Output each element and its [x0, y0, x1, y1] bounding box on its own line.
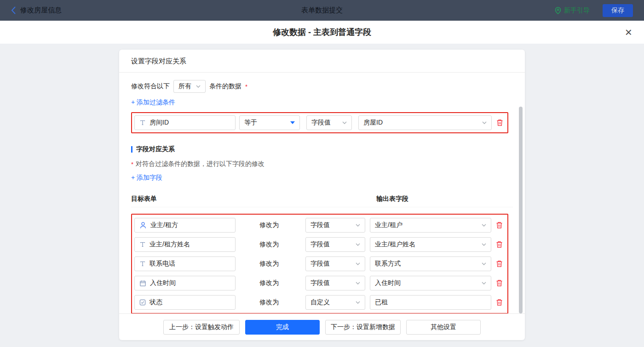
next-step-button[interactable]: 下一步：设置新增数据: [325, 320, 401, 335]
target-field-input[interactable]: 入住时间: [134, 276, 236, 290]
condition-suffix: 条件的数据: [209, 82, 242, 91]
value-type-select[interactable]: 自定义: [305, 295, 365, 310]
output-field-select[interactable]: 业主/租户姓名: [370, 237, 491, 252]
delete-row-icon[interactable]: [496, 222, 503, 229]
topbar-center-title: 表单数据提交: [301, 6, 343, 15]
header-right: 新手引导 保存: [555, 4, 633, 17]
delete-row-icon[interactable]: [496, 260, 503, 267]
chevron-down-icon: [482, 121, 487, 124]
filter-row: 房间ID 等于 字段值 房屋ID: [134, 115, 505, 130]
chevron-down-icon: [356, 301, 360, 304]
output-field-select[interactable]: 联系方式: [370, 256, 491, 271]
chevron-down-icon: [342, 121, 347, 124]
delete-row-icon[interactable]: [496, 299, 503, 306]
add-field-link[interactable]: + 添加字段: [131, 174, 162, 182]
modify-label: 修改为: [259, 221, 280, 229]
column-target-form: 目标表单: [131, 195, 157, 202]
panel-footer: 上一步：设置触发动作 完成 下一步：设置新增数据 其他设置: [119, 313, 525, 340]
custom-value-input[interactable]: 已租: [370, 295, 491, 310]
condition-scope-value: 所有: [178, 82, 191, 91]
filter-value-type: 字段值: [311, 119, 331, 127]
guide-link[interactable]: 新手引导: [555, 6, 590, 15]
section-title: 字段对应关系: [136, 145, 175, 154]
output-field-select[interactable]: 入住时间: [370, 276, 491, 290]
output-field-select[interactable]: 业主/租户: [370, 218, 491, 233]
target-field-input[interactable]: 状态: [134, 295, 236, 310]
value-type-select[interactable]: 字段值: [305, 237, 365, 252]
filter-conditions-group: 房间ID 等于 字段值 房屋ID: [131, 112, 508, 133]
chevron-down-icon: [196, 85, 201, 88]
chevron-down-icon: [356, 243, 360, 246]
user-icon: [139, 222, 147, 229]
field-mapping-row: 入住时间 修改为 字段值 入住时间: [134, 276, 505, 290]
guide-label: 新手引导: [564, 6, 590, 15]
filled-caret-down-icon: [290, 121, 295, 124]
date-icon: [139, 280, 146, 287]
modal-title: 修改数据 - 主表到普通字段: [273, 27, 371, 38]
config-panel: 设置字段对应关系 修改符合以下 所有 条件的数据 * + 添加过滤条件: [119, 50, 525, 340]
app-header: 修改房屋信息 表单数据提交 新手引导 保存: [0, 0, 644, 21]
select-icon: [139, 299, 146, 306]
condition-prefix: 修改符合以下: [131, 82, 170, 91]
filter-value-type-select[interactable]: 字段值: [306, 115, 352, 130]
save-button[interactable]: 保存: [603, 4, 633, 17]
delete-row-icon[interactable]: [496, 241, 503, 248]
scrollbar-thumb[interactable]: [519, 107, 523, 313]
done-button[interactable]: 完成: [245, 320, 320, 335]
column-headers: 目标表单 输出表字段: [131, 195, 513, 207]
location-pin-icon: [555, 7, 561, 14]
filter-value-select[interactable]: 房屋ID: [358, 115, 492, 130]
filter-operator-select[interactable]: 等于: [239, 115, 300, 130]
modify-label: 修改为: [259, 298, 280, 307]
delete-filter-icon[interactable]: [496, 119, 503, 126]
back-icon[interactable]: [11, 6, 16, 14]
text-field-icon: [139, 241, 146, 248]
section-description: * 对符合过滤条件的数据，进行以下字段的修改: [131, 160, 513, 168]
condition-scope-select[interactable]: 所有: [173, 80, 206, 93]
text-field-icon: [139, 119, 146, 126]
modify-label: 修改为: [259, 279, 280, 287]
panel-body: 修改符合以下 所有 条件的数据 * + 添加过滤条件: [119, 73, 525, 314]
add-filter-link[interactable]: + 添加过滤条件: [131, 98, 175, 107]
section-description-text: 对符合过滤条件的数据，进行以下字段的修改: [136, 160, 264, 168]
field-mapping-row: 业主/租方 修改为 字段值 业主/租户: [134, 218, 505, 233]
field-mapping-section-header: 字段对应关系: [131, 145, 513, 154]
target-field-input[interactable]: 业主/租方: [134, 218, 236, 233]
target-field-input[interactable]: 联系电话: [134, 256, 236, 271]
chevron-down-icon: [482, 262, 486, 265]
filter-field-input[interactable]: 房间ID: [134, 115, 236, 130]
section-accent-bar: [131, 146, 132, 153]
previous-step-button[interactable]: 上一步：设置触发动作: [163, 320, 240, 335]
modal-header: 修改数据 - 主表到普通字段 ×: [0, 21, 644, 44]
chevron-down-icon: [482, 282, 486, 284]
page-title: 修改房屋信息: [20, 6, 62, 15]
other-settings-button[interactable]: 其他设置: [406, 320, 481, 335]
field-mapping-row: 联系电话 修改为 字段值 联系方式: [134, 256, 505, 271]
modify-label: 修改为: [259, 260, 280, 268]
field-mapping-row: 状态 修改为 自定义 已租: [134, 295, 505, 310]
value-type-select[interactable]: 字段值: [305, 256, 365, 271]
filter-operator-value: 等于: [244, 119, 257, 127]
field-mappings-group: 业主/租方 修改为 字段值 业主/租户: [131, 214, 508, 314]
chevron-down-icon: [356, 282, 360, 284]
value-type-select[interactable]: 字段值: [305, 276, 365, 290]
chevron-down-icon: [356, 224, 360, 227]
panel-section-title: 设置字段对应关系: [119, 50, 525, 73]
target-field-input[interactable]: 业主/租方姓名: [134, 237, 236, 252]
required-mark: *: [245, 83, 247, 90]
filter-field-value: 房间ID: [150, 119, 169, 127]
text-field-icon: [139, 261, 146, 267]
close-icon[interactable]: ×: [625, 26, 632, 38]
chevron-down-icon: [482, 224, 486, 227]
modify-label: 修改为: [259, 240, 280, 249]
column-output-field: 输出表字段: [376, 195, 408, 203]
required-mark: *: [131, 161, 133, 168]
value-type-select[interactable]: 字段值: [305, 218, 365, 233]
modal-body: 设置字段对应关系 修改符合以下 所有 条件的数据 * + 添加过滤条件: [0, 44, 644, 347]
filter-value: 房屋ID: [363, 119, 383, 127]
delete-row-icon[interactable]: [496, 279, 503, 287]
field-mapping-row: 业主/租方姓名 修改为 字段值 业主/租户姓名: [134, 237, 505, 252]
chevron-down-icon: [356, 262, 360, 265]
header-left: 修改房屋信息: [11, 6, 62, 15]
condition-row: 修改符合以下 所有 条件的数据 *: [131, 80, 513, 93]
